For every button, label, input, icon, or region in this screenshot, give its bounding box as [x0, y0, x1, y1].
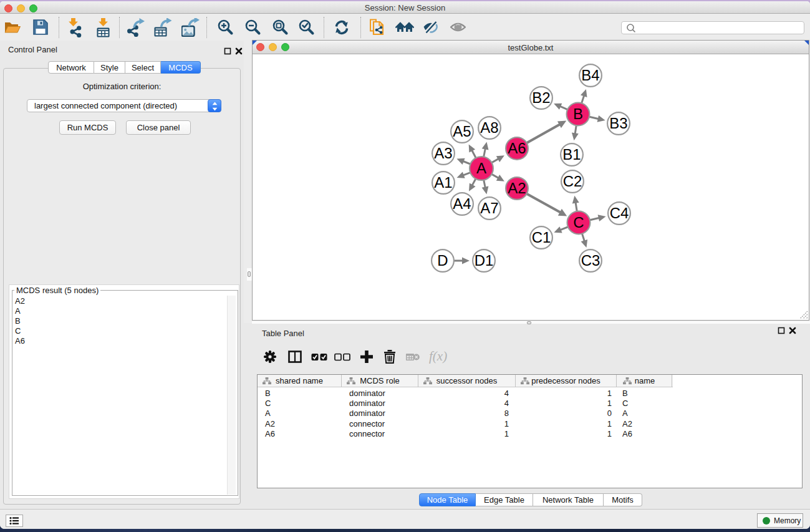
svg-text:C1: C1 — [532, 229, 551, 246]
svg-text:B: B — [573, 105, 583, 122]
svg-text:B3: B3 — [609, 115, 627, 132]
svg-text:A6: A6 — [508, 140, 526, 157]
svg-text:C2: C2 — [563, 173, 582, 190]
svg-text:D: D — [437, 252, 448, 269]
svg-text:C4: C4 — [610, 205, 629, 221]
svg-text:A2: A2 — [508, 180, 526, 196]
svg-text:A4: A4 — [453, 195, 471, 212]
svg-text:B4: B4 — [581, 67, 599, 84]
svg-text:D1: D1 — [475, 252, 494, 269]
svg-text:B2: B2 — [532, 89, 550, 106]
svg-text:A1: A1 — [434, 174, 452, 191]
svg-text:A: A — [476, 160, 486, 177]
svg-text:A8: A8 — [480, 119, 498, 136]
svg-text:A5: A5 — [453, 123, 471, 140]
svg-text:A7: A7 — [480, 200, 498, 216]
svg-text:C3: C3 — [581, 252, 600, 269]
svg-text:A3: A3 — [434, 145, 452, 162]
svg-text:B1: B1 — [562, 146, 581, 163]
svg-text:C: C — [573, 214, 584, 231]
